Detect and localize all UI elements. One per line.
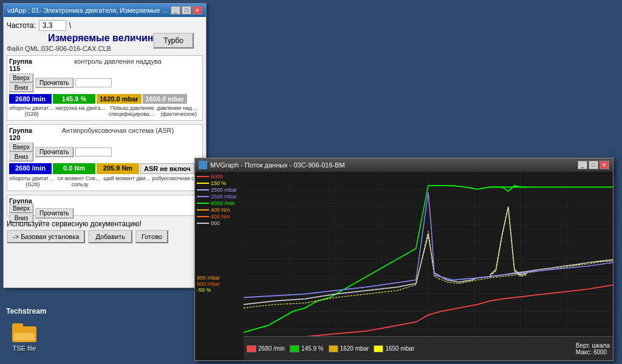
mvgraph-title: MVGraph - Поток данных - 03С-906-016-BM bbox=[210, 161, 578, 169]
status-color-1 bbox=[247, 345, 256, 352]
minimize-button[interactable]: _ bbox=[171, 6, 180, 15]
group-120-read-button[interactable]: Прочитать bbox=[35, 147, 73, 157]
group-115-input[interactable] bbox=[75, 78, 112, 87]
mvgraph-maximize-button[interactable]: □ bbox=[589, 161, 598, 169]
ready-button[interactable]: Готово bbox=[135, 230, 168, 243]
group-120-cells: 2680 /min 0.0 Nm 205.9 Nm ASR не включ bbox=[9, 163, 200, 174]
chart-area: 2680 /min 145.9 % 1620 mbar 1650 mbar bbox=[244, 172, 613, 360]
status-item-2: 145.9 % bbox=[290, 345, 324, 352]
bottom-label-1: 900 mbar bbox=[197, 275, 242, 281]
bottom-label-3: -50 % bbox=[197, 287, 242, 293]
status-item-3: 1620 mbar bbox=[329, 345, 369, 352]
group-120-controls: Вверх Вниз Прочитать bbox=[9, 143, 200, 161]
mvgraph-close-button[interactable]: ✕ bbox=[600, 161, 609, 169]
group-120-cell-2: 0.0 Nm bbox=[53, 163, 95, 174]
service-note: Используйте сервисную документацию! bbox=[7, 220, 203, 228]
status-color-3 bbox=[329, 345, 338, 352]
group-115-descs: обороты двигателя(G28) нагрузка на двига… bbox=[9, 105, 200, 117]
group-115-controls: Вверх Вниз Прочитать bbox=[9, 73, 200, 92]
group-115-up-button[interactable]: Вверх bbox=[9, 73, 33, 83]
legend-color-7 bbox=[197, 216, 209, 217]
status-value-3: 1620 mbar bbox=[340, 345, 369, 352]
group-120-up-button[interactable]: Вверх bbox=[9, 143, 33, 152]
status-item-1: 2680 /min bbox=[247, 345, 285, 352]
legend-color-5 bbox=[197, 203, 209, 204]
freq-input[interactable] bbox=[39, 20, 66, 31]
group-003-read-button[interactable]: Прочитать bbox=[35, 208, 73, 218]
group-115-cell-4: 1650.0 mbar bbox=[143, 94, 188, 104]
techstream-label: Techstream bbox=[6, 307, 46, 315]
vdapp-titlebar: vdApp : 01- Электроника двигателя, Измер… bbox=[4, 4, 206, 17]
group-003-up-button[interactable]: Вверх bbox=[9, 204, 33, 213]
vdapp-window: vdApp : 01- Электроника двигателя, Измер… bbox=[3, 3, 207, 288]
add-button[interactable]: Добавить bbox=[88, 230, 132, 243]
freq-row: Частота: \ bbox=[7, 20, 203, 31]
group-120-header: Группа120 Антипробуксовочная система (AS… bbox=[9, 127, 200, 141]
group-115-cell-3: 1620.0 mbar bbox=[97, 94, 142, 104]
chart-svg bbox=[244, 172, 613, 360]
group-120-descs: обороты двигателя(G28) ся момент Специ-с… bbox=[9, 175, 200, 187]
group-120-down-button[interactable]: Вниз bbox=[9, 152, 33, 161]
legend-text-7: 400 Nm bbox=[211, 214, 230, 220]
legend-text-6: 400 Nm bbox=[211, 207, 230, 213]
legend-text-5: 6000 /min bbox=[211, 200, 235, 206]
legend-text-8: 000 bbox=[211, 220, 220, 226]
vert-scale-label: Верт. шкала bbox=[576, 342, 610, 349]
group-115-desc-1: обороты двигателя(G28) bbox=[9, 105, 54, 117]
legend-color-8 bbox=[197, 223, 209, 224]
group-115-desc: контроль давления наддува bbox=[35, 58, 200, 65]
base-button[interactable]: -> Базовая установка bbox=[7, 230, 85, 243]
group-115-header: Группа115 контроль давления наддува bbox=[9, 58, 200, 72]
mvgraph-content: 6000 150 % 2500 mbar 2500 mbar 6000 /min bbox=[195, 172, 613, 360]
group-120-input[interactable] bbox=[75, 147, 112, 157]
status-value-1: 2680 /min bbox=[258, 345, 285, 352]
legend-item-4: 2500 mbar bbox=[197, 194, 242, 200]
maks-row: Макс: 6000 bbox=[576, 349, 610, 356]
maks-label: Макс: bbox=[576, 349, 592, 356]
group-120-desc-2: ся момент Специ-сользу bbox=[58, 175, 103, 187]
legend-panel: 6000 150 % 2500 mbar 2500 mbar 6000 /min bbox=[195, 172, 244, 360]
turbo-button[interactable]: Турбо bbox=[153, 33, 194, 49]
mvgraph-statusbar: 2680 /min 145.9 % 1620 mbar 1650 mbar bbox=[244, 336, 613, 360]
legend-text-1: 6000 bbox=[211, 174, 223, 180]
folder-icon bbox=[12, 323, 36, 343]
legend-item-6: 400 Nm bbox=[197, 207, 242, 213]
status-color-4 bbox=[374, 345, 383, 352]
group-120-cell-4: ASR не включ bbox=[140, 163, 194, 174]
legend-color-4 bbox=[197, 196, 209, 197]
mvgraph-titlebar: MVGraph - Поток данных - 03С-906-016-BM … bbox=[195, 158, 613, 172]
legend-text-4: 2500 mbar bbox=[211, 194, 237, 200]
vdapp-title: vdApp : 01- Электроника двигателя, Измер… bbox=[7, 7, 171, 14]
group-120-desc-3: щий момент двига- bbox=[103, 175, 151, 187]
folder-body bbox=[12, 326, 36, 342]
group-115-desc-4: давление наддува(фактическое) bbox=[157, 105, 200, 117]
group-115-down-button[interactable]: Вниз bbox=[9, 83, 33, 92]
close-button[interactable]: ✕ bbox=[193, 6, 202, 15]
tse-file-icon[interactable]: TSE file bbox=[6, 323, 43, 352]
maximize-button[interactable]: □ bbox=[182, 6, 191, 15]
vert-scale-section: Верт. шкала Макс: 6000 bbox=[576, 342, 610, 356]
desktop: Techstream TSE file vdApp : 01- Электрон… bbox=[0, 0, 622, 364]
group-003-section: Группа003 Вверх Вниз Прочитать bbox=[7, 195, 203, 216]
status-value-2: 145.9 % bbox=[301, 345, 324, 352]
group-115-section: Группа115 контроль давления наддува Ввер… bbox=[7, 55, 203, 121]
group-115-cell-1: 2680 /min bbox=[9, 94, 52, 104]
group-115-num: Группа115 bbox=[9, 58, 32, 72]
group-115-desc-3: Повыш.давлениеспецифицированны bbox=[109, 105, 156, 117]
status-color-2 bbox=[290, 345, 299, 352]
legend-item-1: 6000 bbox=[197, 174, 242, 180]
legend-color-2 bbox=[197, 183, 209, 184]
mvgraph-minimize-button[interactable]: _ bbox=[578, 161, 587, 169]
group-115-cells: 2680 /min 145.9 % 1620.0 mbar 1650.0 mba… bbox=[9, 94, 200, 104]
group-115-read-button[interactable]: Прочитать bbox=[35, 78, 73, 88]
status-item-4: 1650 mbar bbox=[374, 345, 414, 352]
tse-file-label: TSE file bbox=[13, 345, 36, 352]
legend-item-8: 000 bbox=[197, 220, 242, 226]
bottom-legend-labels: 900 mbar 900 mbar -50 % bbox=[197, 275, 242, 293]
legend-item-2: 150 % bbox=[197, 180, 242, 186]
mvgraph-titlebar-buttons: _ □ ✕ bbox=[578, 161, 609, 169]
group-120-desc-4: робуксовочная сис- bbox=[152, 175, 200, 187]
legend-text-2: 150 % bbox=[211, 180, 227, 186]
freq-label: Частота: bbox=[7, 21, 36, 30]
legend-text-3: 2500 mbar bbox=[211, 187, 237, 193]
